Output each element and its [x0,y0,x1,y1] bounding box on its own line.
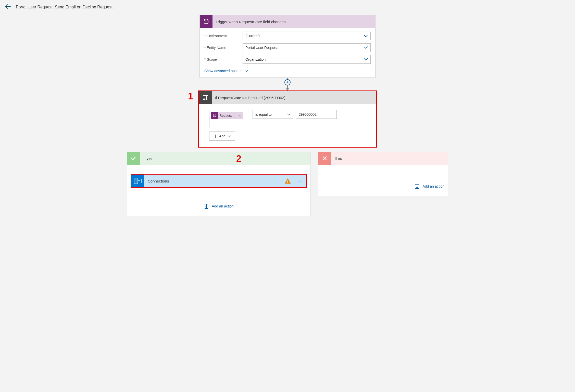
chevron-down-icon [364,34,368,38]
condition-icon [199,91,212,104]
if-no-branch: If no Add an action [318,152,448,196]
condition-card: If RequestState == Declined (299600002) … [198,90,377,148]
back-icon[interactable] [5,4,11,10]
condition-header[interactable]: If RequestState == Declined (299600002) … [199,91,376,104]
annotation-2: 2 [236,153,241,164]
entity-select[interactable]: Portal User Requests [243,43,371,52]
annotation-1: 1 [188,91,193,102]
token-dataverse-icon [211,112,218,119]
if-no-header[interactable]: If no [318,152,448,165]
scope-select[interactable]: Organization [243,55,371,64]
connections-menu-button[interactable]: ··· [295,177,303,185]
condition-operator-select[interactable]: is equal to [253,110,293,119]
close-icon [318,152,331,165]
if-yes-branch: If yes 2 Connections [127,152,310,216]
svg-rect-6 [288,182,288,183]
condition-value-input[interactable]: 299600002 [296,110,337,119]
trigger-card: Trigger when RequestState field changes … [199,15,376,78]
condition-title: If RequestState == Declined (299600002) [215,96,365,100]
if-no-title: If no [335,156,342,161]
remove-token-button[interactable]: ✕ [237,114,243,117]
dataverse-icon [200,15,212,28]
show-advanced-options-link[interactable]: Show advanced options [204,69,248,73]
outlook-icon [131,175,144,187]
trigger-title: Trigger when RequestState field changes [216,20,364,24]
connector: + [287,78,288,90]
add-action-no[interactable]: Add an action [322,184,444,189]
condition-menu-button[interactable]: ··· [365,94,373,101]
connections-title: Connections [148,179,285,183]
svg-point-0 [204,19,208,21]
if-yes-title: If yes [143,156,153,161]
add-step-button[interactable]: + [284,79,291,85]
trigger-header[interactable]: Trigger when RequestState field changes … [200,15,375,28]
if-yes-header[interactable]: If yes 2 [127,152,310,165]
add-action-yes[interactable]: Add an action [131,203,307,209]
scope-label: *Scope [204,57,243,61]
chevron-down-icon [364,46,368,50]
svg-rect-3 [134,178,138,184]
environment-label: *Environment [204,34,243,38]
environment-select[interactable]: (Current) [243,32,371,40]
chevron-down-icon [287,112,291,116]
warning-icon [285,178,291,184]
page-title: Portal User Request: Send Email on Decli… [16,5,112,9]
svg-rect-5 [288,180,288,182]
entity-label: *Entity Name [204,46,243,50]
connections-action[interactable]: Connections ··· [131,174,307,188]
svg-point-1 [213,114,216,115]
condition-left-operand[interactable]: Request ... ✕ [209,110,250,128]
check-icon [127,152,140,165]
trigger-menu-button[interactable]: ··· [364,18,372,25]
dynamic-token[interactable]: Request ... ✕ [211,112,243,119]
chevron-down-icon [364,57,368,61]
add-condition-button[interactable]: Add [209,132,235,141]
